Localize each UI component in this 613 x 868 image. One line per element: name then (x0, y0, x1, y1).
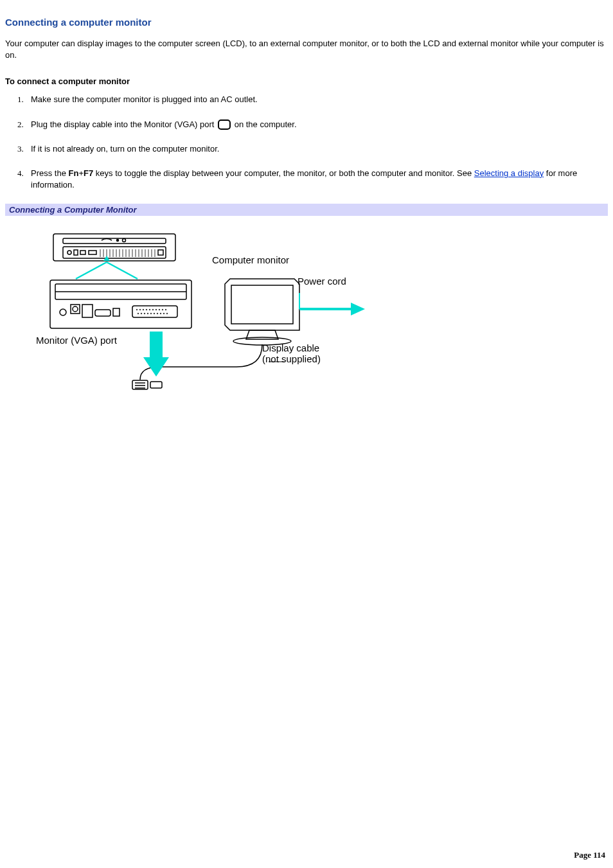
vga-port-icon (218, 120, 231, 130)
svg-point-3 (117, 240, 119, 242)
svg-point-59 (163, 314, 164, 315)
svg-point-49 (162, 310, 163, 311)
svg-point-46 (152, 310, 154, 311)
f7-key: F7 (84, 168, 93, 178)
svg-rect-6 (74, 250, 78, 255)
svg-rect-61 (231, 285, 293, 324)
label-display-cable-1: Display cable (262, 342, 319, 353)
svg-rect-8 (89, 251, 96, 254)
step-3: If it is not already on, turn on the com… (26, 143, 608, 155)
step-4-text-a: Press the (31, 168, 69, 178)
label-vga-port: Monitor (VGA) port (36, 335, 117, 346)
step-2-text-a: Plug the display cable into the Monitor … (31, 120, 217, 129)
intro-paragraph: Your computer can display images to the … (5, 38, 608, 61)
diagram-caption: Connecting a Computer Monitor (5, 204, 608, 216)
svg-point-57 (157, 314, 158, 315)
svg-line-29 (107, 262, 138, 279)
page-title: Connecting a computer monitor (5, 17, 608, 28)
svg-point-52 (141, 314, 142, 315)
selecting-display-link[interactable]: Selecting a display (474, 168, 544, 178)
label-display-cable-2: (not supplied) (262, 353, 321, 364)
label-computer-monitor: Computer monitor (212, 254, 289, 265)
svg-point-36 (73, 306, 78, 312)
label-power-cord: Power cord (298, 276, 346, 287)
svg-point-50 (165, 310, 166, 311)
svg-point-47 (155, 310, 157, 311)
svg-rect-35 (71, 305, 80, 314)
procedure-heading: To connect a computer monitor (5, 76, 608, 86)
svg-point-51 (138, 314, 139, 315)
svg-point-34 (60, 309, 66, 315)
svg-rect-2 (63, 247, 166, 258)
svg-rect-39 (113, 308, 120, 316)
svg-point-42 (139, 310, 141, 311)
svg-rect-1 (63, 238, 166, 244)
svg-point-41 (136, 310, 138, 311)
svg-point-45 (149, 310, 150, 311)
step-2: Plug the display cable into the Monitor … (26, 119, 608, 130)
svg-rect-7 (80, 251, 85, 254)
svg-point-48 (159, 310, 160, 311)
svg-rect-40 (132, 306, 177, 317)
svg-rect-37 (82, 305, 93, 317)
plus-sign: + (78, 168, 84, 178)
diagram-svg (31, 229, 391, 409)
svg-point-60 (166, 314, 168, 315)
svg-rect-27 (158, 250, 163, 255)
svg-point-55 (150, 314, 152, 315)
svg-point-5 (67, 251, 71, 254)
svg-marker-64 (351, 303, 365, 315)
svg-point-58 (160, 314, 161, 315)
steps-list: Make sure the computer monitor is plugge… (5, 94, 608, 191)
step-4-text-b: keys to toggle the display between your … (93, 168, 474, 178)
step-2-text-b: on the computer. (232, 120, 296, 129)
svg-point-43 (143, 310, 144, 311)
svg-point-56 (154, 314, 155, 315)
svg-marker-71 (143, 332, 169, 376)
svg-point-54 (147, 314, 148, 315)
svg-point-53 (144, 314, 145, 315)
fn-key: Fn (69, 168, 79, 178)
connection-diagram: Computer monitor Power cord Monitor (VGA… (5, 216, 608, 409)
svg-point-4 (123, 239, 126, 242)
svg-rect-67 (150, 382, 162, 388)
svg-rect-38 (95, 310, 111, 316)
svg-line-28 (76, 262, 107, 279)
step-1: Make sure the computer monitor is plugge… (26, 94, 608, 105)
step-4: Press the Fn+F7 keys to toggle the displ… (26, 168, 608, 191)
svg-point-44 (146, 310, 147, 311)
